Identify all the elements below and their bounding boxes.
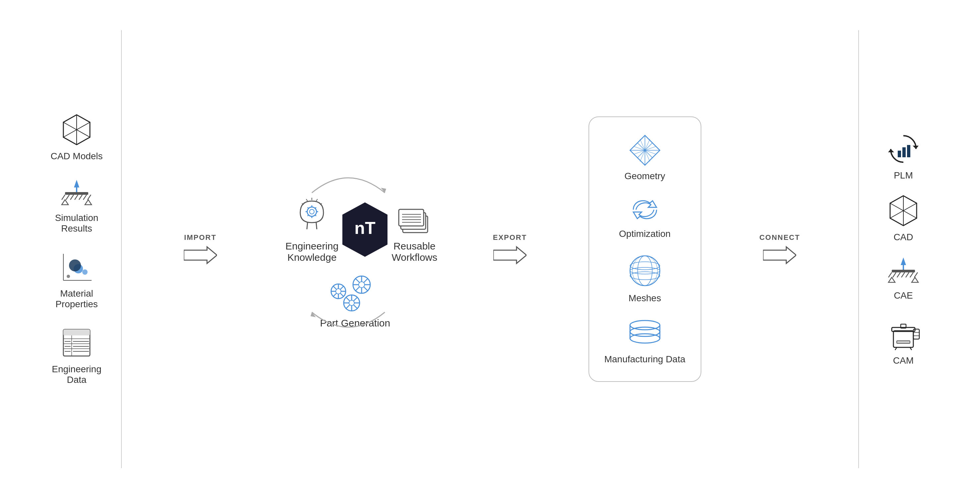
svg-line-9: [66, 195, 69, 200]
meshes-icon: [627, 253, 663, 289]
right-outputs-column: PLM CAD: [858, 30, 935, 468]
svg-line-8: [62, 195, 65, 200]
svg-marker-95: [493, 247, 527, 263]
svg-line-80: [356, 279, 360, 283]
svg-line-46: [307, 207, 309, 209]
import-section: IMPORT: [174, 233, 227, 265]
input-engineering-data: Engineering Data: [45, 326, 108, 385]
svg-line-135: [901, 272, 905, 277]
manufacturing-data-label: Manufacturing Data: [604, 354, 685, 364]
svg-line-90: [346, 297, 350, 301]
cad-models-icon: [60, 113, 93, 146]
cam-icon: [887, 314, 920, 351]
svg-rect-142: [893, 331, 913, 347]
svg-point-117: [630, 334, 660, 343]
svg-line-13: [83, 195, 87, 200]
cad-models-label: CAD Models: [51, 151, 102, 162]
geometry-label: Geometry: [624, 171, 665, 181]
right-cad: CAD: [887, 194, 920, 242]
part-generation-label: Part Generation: [320, 318, 390, 329]
svg-line-71: [340, 293, 344, 297]
connect-label: CONNECT: [759, 233, 800, 242]
cam-label: CAM: [893, 355, 914, 366]
optimization-icon: [627, 195, 663, 224]
meshes-label: Meshes: [629, 293, 661, 304]
svg-rect-131: [892, 270, 915, 272]
svg-line-10: [70, 195, 74, 200]
part-generation-icon: [328, 273, 382, 313]
svg-rect-122: [902, 147, 906, 157]
svg-marker-37: [381, 188, 386, 193]
svg-line-93: [346, 305, 350, 309]
engineering-data-label: Engineering Data: [45, 364, 108, 385]
curved-arrow-top: [279, 163, 418, 199]
simulation-results-label: Simulation Results: [45, 213, 108, 234]
reusable-workflows-block: Reusable Workflows: [391, 196, 437, 263]
svg-line-2: [76, 122, 90, 130]
optimization-label: Optimization: [619, 229, 671, 239]
svg-rect-7: [65, 192, 88, 195]
svg-marker-140: [912, 277, 918, 282]
cae-label: CAE: [894, 290, 913, 301]
svg-marker-118: [763, 247, 796, 263]
import-arrow-icon: [184, 245, 217, 265]
svg-line-11: [75, 195, 78, 200]
svg-marker-36: [184, 247, 217, 263]
reusable-workflows-label: Reusable Workflows: [391, 240, 437, 263]
svg-line-48: [315, 207, 316, 209]
export-section: EXPORT: [484, 233, 536, 265]
svg-line-51: [316, 199, 318, 201]
svg-line-129: [904, 211, 916, 218]
output-manufacturing-data: Manufacturing Data: [604, 317, 685, 364]
svg-line-5: [76, 130, 90, 137]
output-box: Geometry Optimization: [589, 116, 701, 382]
svg-rect-123: [907, 145, 910, 157]
svg-line-130: [890, 211, 904, 218]
svg-point-106: [638, 256, 652, 286]
svg-marker-16: [85, 200, 92, 205]
svg-point-41: [310, 209, 314, 214]
material-properties-label: Material Properties: [45, 288, 108, 310]
left-inputs-column: CAD Models Simulation Results: [45, 30, 122, 468]
svg-marker-17: [74, 180, 79, 192]
svg-point-110: [630, 272, 660, 280]
cad-label: CAD: [893, 232, 913, 242]
svg-marker-15: [62, 200, 68, 205]
svg-marker-120: [888, 149, 894, 152]
nt-logo-block: nT: [338, 200, 391, 259]
svg-rect-148: [897, 341, 910, 344]
svg-line-52: [306, 199, 307, 201]
nt-logo-icon: nT: [338, 200, 391, 259]
svg-line-83: [356, 286, 360, 291]
output-geometry: Geometry: [624, 134, 665, 181]
svg-line-47: [315, 215, 316, 216]
svg-line-138: [914, 272, 918, 277]
input-simulation-results: Simulation Results: [45, 178, 108, 234]
svg-line-49: [307, 215, 309, 216]
svg-line-137: [910, 272, 913, 277]
svg-line-39: [316, 223, 317, 229]
cad-right-icon: [887, 194, 920, 227]
output-meshes: Meshes: [627, 253, 663, 304]
connect-section: CONNECT: [753, 233, 806, 265]
export-arrow-icon: [493, 245, 527, 265]
svg-point-65: [336, 289, 341, 294]
svg-line-38: [307, 223, 307, 229]
svg-point-20: [67, 275, 70, 278]
svg-line-72: [340, 286, 344, 289]
geometry-icon: [627, 134, 663, 167]
svg-text:nT: nT: [355, 218, 376, 237]
right-cae: CAE: [887, 256, 920, 301]
plm-icon: [887, 132, 920, 165]
svg-point-105: [630, 256, 660, 286]
svg-line-3: [64, 122, 76, 130]
engineering-knowledge-label: Engineering Knowledge: [285, 240, 338, 263]
svg-line-12: [79, 195, 82, 200]
input-cad-models: CAD Models: [51, 113, 102, 162]
svg-line-126: [904, 203, 916, 211]
input-material-properties: Material Properties: [45, 250, 108, 310]
plm-label: PLM: [894, 170, 913, 181]
right-cam: CAM: [887, 314, 920, 366]
svg-marker-139: [888, 277, 895, 282]
svg-line-73: [333, 293, 336, 297]
